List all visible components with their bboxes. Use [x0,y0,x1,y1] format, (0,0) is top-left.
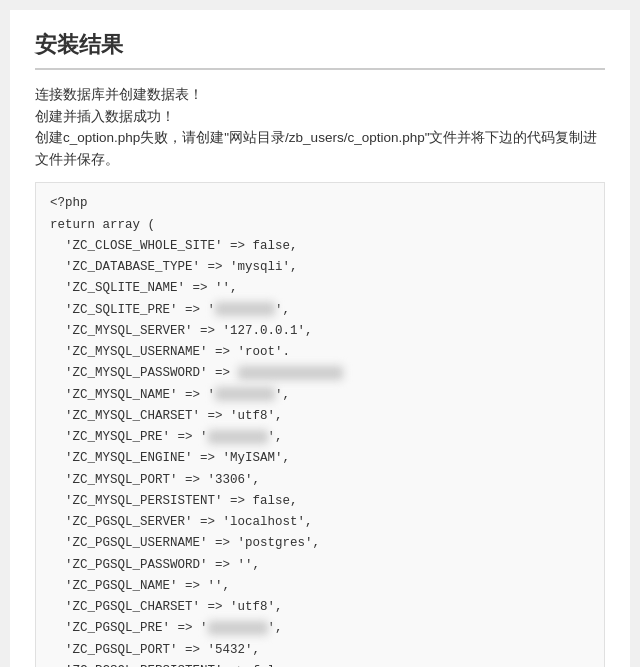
blurred-5 [208,621,268,635]
page-title: 安装结果 [35,30,605,60]
message-line2: 创建并插入数据成功！ [35,106,605,128]
blurred-1 [215,302,275,316]
blurred-4 [208,430,268,444]
return-statement: return array ( [50,218,155,232]
message-line1: 连接数据库并创建数据表！ [35,84,605,106]
code-block: <?php return array ( 'ZC_CLOSE_WHOLE_SIT… [35,182,605,667]
blurred-2 [238,366,343,380]
message-block: 连接数据库并创建数据表！ 创建并插入数据成功！ 创建c_option.php失败… [35,84,605,170]
message-warning: 创建c_option.php失败，请创建"网站目录/zb_users/c_opt… [35,127,605,170]
title-divider [35,68,605,70]
blurred-3 [215,387,275,401]
main-container: 安装结果 连接数据库并创建数据表！ 创建并插入数据成功！ 创建c_option.… [10,10,630,667]
php-tag: <?php [50,196,88,210]
